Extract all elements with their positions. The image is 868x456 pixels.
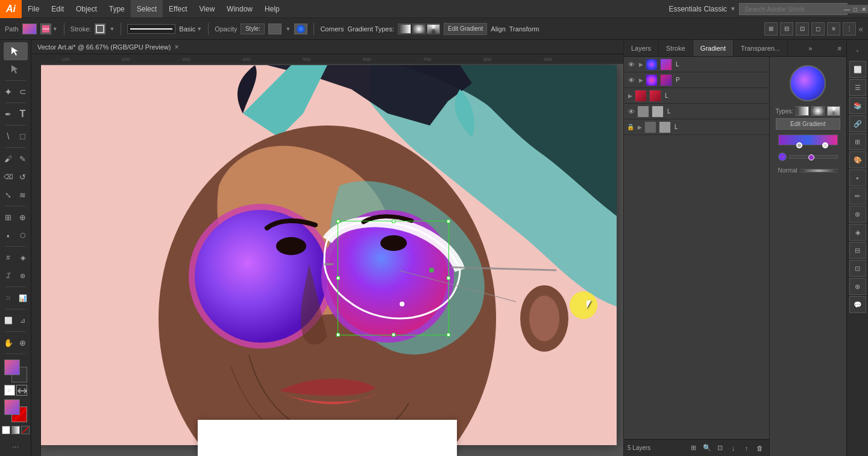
free-transform-tool[interactable]: ⊞: [2, 208, 15, 226]
gradient-bar[interactable]: [778, 135, 838, 145]
direct-selection-tool[interactable]: [4, 60, 28, 78]
align-right-btn[interactable]: ⊟: [849, 242, 866, 259]
artboard-tool[interactable]: ⬜: [2, 311, 15, 329]
zoom-tool[interactable]: ⊕: [16, 334, 30, 352]
document-close-button[interactable]: ×: [174, 43, 178, 51]
bb-handle-top-right[interactable]: [447, 220, 450, 223]
collect-layer-icon[interactable]: ⊡: [715, 443, 726, 454]
menu-object[interactable]: Object: [70, 0, 103, 17]
style-input[interactable]: [241, 24, 265, 34]
layer-visibility-4[interactable]: 👁: [626, 108, 636, 115]
shape-builder-tool[interactable]: ⊕: [16, 208, 30, 226]
comments-btn[interactable]: 💬: [849, 296, 866, 313]
make-sublayer-icon[interactable]: ⊞: [688, 443, 699, 454]
minimize-button[interactable]: —: [843, 5, 851, 13]
symbols-btn[interactable]: ⊛: [849, 206, 866, 223]
pen-tool[interactable]: ✒: [2, 105, 15, 123]
grad-radial-btn[interactable]: [811, 106, 825, 116]
gradient-tool[interactable]: ◈: [16, 249, 30, 267]
collapse-right-btn[interactable]: «: [855, 49, 860, 52]
hand-tool[interactable]: ✋: [2, 334, 15, 352]
lasso-tool[interactable]: ⊂: [16, 83, 30, 101]
line-tool[interactable]: \: [2, 127, 15, 145]
panel-more-btn[interactable]: »: [804, 40, 817, 56]
transform-right-btn[interactable]: ⊡: [849, 260, 866, 277]
style-swatch[interactable]: [268, 24, 281, 34]
style-arrow[interactable]: ▼: [285, 26, 291, 32]
delete-layer-icon[interactable]: 🗑: [755, 443, 766, 454]
edit-gradient-button[interactable]: Edit Gradient: [444, 23, 487, 35]
default-colors-btn[interactable]: D: [4, 385, 15, 396]
linear-gradient-btn[interactable]: [398, 24, 411, 34]
swatches-btn[interactable]: ▪: [849, 169, 866, 186]
gradient-center-point[interactable]: [400, 302, 404, 306]
rectangle-tool[interactable]: □: [16, 127, 30, 145]
layer-row-2[interactable]: 👁 ▶ P: [624, 72, 769, 88]
linked-files-btn[interactable]: 🔗: [849, 115, 866, 132]
move-selection-icon[interactable]: ↓: [728, 443, 739, 454]
fill-color[interactable]: [22, 24, 37, 34]
pathfinder-icon[interactable]: ◻: [811, 22, 825, 36]
transform-icon[interactable]: ⊡: [796, 22, 809, 36]
transparency-tab[interactable]: Transparen...: [734, 40, 788, 56]
bb-handle-top-left[interactable]: [336, 220, 340, 223]
gradient-position-slider[interactable]: [789, 155, 838, 159]
grad-freeform-btn[interactable]: [827, 106, 840, 116]
style-icon[interactable]: [294, 24, 307, 34]
freeform-gradient-btn[interactable]: [427, 24, 440, 34]
selection-tool[interactable]: [4, 42, 28, 60]
radial-gradient-btn[interactable]: [412, 24, 426, 34]
edit-gradient-panel-button[interactable]: Edit Gradient: [776, 118, 840, 130]
arrange-icon[interactable]: ⊞: [764, 22, 778, 36]
layers-tab[interactable]: Layers: [624, 40, 659, 56]
pattern-btn[interactable]: ⊞: [849, 133, 866, 150]
paintbrush-tool[interactable]: 🖌: [2, 150, 15, 168]
layer-row-4[interactable]: 👁 L: [624, 104, 769, 119]
layers-btn-right[interactable]: ☰: [849, 79, 866, 96]
scale-tool[interactable]: ⤡: [2, 186, 15, 204]
live-paint-tool[interactable]: ⬧: [2, 226, 15, 244]
bb-handle-bot-center[interactable]: [392, 333, 395, 337]
gradient-tab[interactable]: Gradient: [693, 40, 734, 56]
layer-expand-5[interactable]: ▶: [636, 124, 643, 130]
bb-handle-bot-left[interactable]: [336, 333, 340, 337]
collapse-icon[interactable]: «: [858, 24, 863, 34]
gradient-start-point[interactable]: [429, 268, 434, 273]
gradient-fill-btn[interactable]: [11, 426, 20, 434]
pathfinder-right-btn[interactable]: ⊕: [849, 278, 866, 295]
fg-bg-swatches[interactable]: [4, 359, 27, 382]
pencil-tool[interactable]: ✎: [16, 150, 30, 168]
menu-file[interactable]: File: [22, 0, 45, 17]
stroke-tab[interactable]: Stroke: [659, 40, 693, 56]
fg-gradient-swatch[interactable]: [4, 399, 20, 415]
grad-linear-btn[interactable]: [796, 106, 809, 116]
options-icon[interactable]: ≡: [827, 22, 840, 36]
gradient-main-swatch[interactable]: [790, 65, 826, 101]
new-layer-icon[interactable]: 🔍: [702, 443, 712, 454]
bb-handle-mid-right[interactable]: [447, 276, 450, 280]
libraries-btn[interactable]: 📚: [849, 97, 866, 114]
menu-view[interactable]: View: [193, 0, 221, 17]
fill-indicator[interactable]: [40, 24, 51, 34]
color-guide-btn[interactable]: 🎨: [849, 151, 866, 168]
layer-row-5[interactable]: 🔒 ▶ L: [624, 119, 769, 135]
layer-expand-3[interactable]: ▶: [626, 93, 634, 99]
maximize-button[interactable]: □: [851, 5, 860, 13]
magic-wand-tool[interactable]: ✦: [2, 83, 15, 101]
mesh-tool[interactable]: #: [2, 249, 15, 267]
fill-arrow[interactable]: ▼: [52, 26, 58, 32]
close-button[interactable]: ✕: [860, 5, 868, 13]
column-graph-tool[interactable]: 📊: [16, 289, 30, 307]
layer-visibility-1[interactable]: 👁: [626, 61, 636, 68]
menu-type[interactable]: Type: [103, 0, 131, 17]
type-tool[interactable]: T: [16, 105, 30, 123]
gradient-pos-thumb[interactable]: [808, 154, 814, 160]
align-icon[interactable]: ⊟: [780, 22, 793, 36]
layer-lock-5[interactable]: 🔒: [626, 124, 635, 130]
bb-handle-mid-left[interactable]: [336, 276, 340, 280]
stroke-arrow[interactable]: ▼: [109, 26, 115, 32]
warp-tool[interactable]: ≋: [16, 186, 30, 204]
bb-handle-top-center[interactable]: [392, 220, 395, 223]
basic-arrow[interactable]: ▼: [197, 26, 202, 32]
menu-effect[interactable]: Effect: [163, 0, 193, 17]
